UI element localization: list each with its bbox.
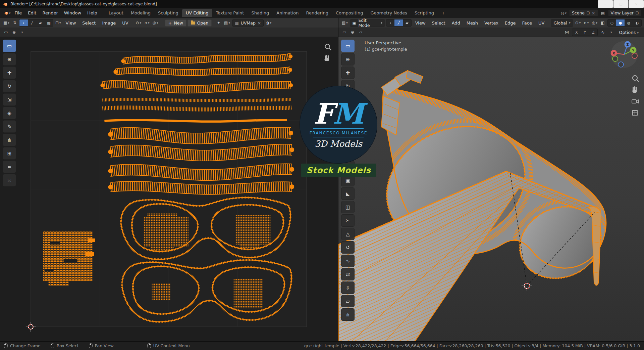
snap-wave-button[interactable]: ∿ (599, 29, 606, 36)
tool-spin[interactable]: ↺ (341, 241, 355, 254)
tool-grab[interactable]: ⊞ (3, 147, 16, 160)
mode-dropdown[interactable]: ▣ Edit Mode ▾ (350, 19, 385, 27)
mirror-y-button[interactable]: Y (581, 29, 589, 36)
blender-menu-button[interactable]: ▾ (3, 9, 12, 16)
browse-image-button[interactable]: ▤ ▾ (223, 19, 231, 27)
uv-canvas-area[interactable]: ▭ ⊕ ✚ ↻ ⇲ ◈ ✎ ⋔ ⊞ ≈ ≍ (0, 37, 338, 341)
tool-bevel[interactable]: ◣ (341, 187, 355, 200)
menu-edit[interactable]: Edit (25, 9, 39, 17)
tool-rip-region[interactable]: ⋔ (341, 308, 355, 321)
tool-loop-cut[interactable]: ◫ (341, 201, 355, 213)
tab-scripting[interactable]: Scripting (411, 9, 438, 17)
proportional-editing-toggle[interactable]: ◎ ▾ (591, 19, 598, 27)
tool-scale[interactable]: ⇲ (3, 93, 16, 106)
tab-animation[interactable]: Animation (273, 9, 302, 17)
uv-menu-select[interactable]: Select (79, 19, 98, 27)
pin-toggle[interactable]: ✦ (215, 19, 222, 27)
pan-hand-icon[interactable] (325, 55, 329, 61)
uv-menu-uv[interactable]: UV (119, 19, 131, 27)
scene-field[interactable]: Scene ❏ × (569, 9, 598, 16)
uv-island-mode-button[interactable]: ▩ (45, 19, 53, 26)
uv-edge-mode-button[interactable]: ╱ (28, 19, 36, 26)
vp-tool-settings-a[interactable]: ▭ (341, 29, 348, 36)
tab-uv-editing[interactable]: UV Editing (182, 9, 212, 17)
menu-render[interactable]: Render (39, 9, 61, 17)
display-channels-dropdown[interactable]: ◑ ▾ (265, 19, 272, 27)
uv-tool-settings-b[interactable]: ⊕ (11, 29, 17, 36)
tool-rip-region[interactable]: ⋔ (3, 134, 16, 146)
tool-shrink-flatten[interactable]: ⇳ (341, 281, 355, 294)
vp-tool-settings-b[interactable]: ⊕ (349, 29, 356, 36)
zoom-icon[interactable] (325, 44, 331, 50)
add-workspace-button[interactable]: + (438, 9, 449, 17)
tool-select-box[interactable]: ▭ (3, 40, 16, 52)
vp-menu-mesh[interactable]: Mesh (464, 19, 481, 27)
tool-smooth[interactable]: ∿ (341, 255, 355, 267)
face-mode-button[interactable]: ▰ (403, 19, 411, 26)
uv-sync-select-toggle[interactable]: ⇅ (11, 19, 18, 27)
vp-menu-select[interactable]: Select (429, 19, 448, 27)
vp-menu-view[interactable]: View (413, 19, 428, 27)
zoom-icon[interactable] (633, 76, 639, 82)
proportional-editing-toggle[interactable]: ◎ ▾ (152, 19, 159, 27)
minimize-button[interactable]: − (598, 0, 613, 8)
new-view-layer-icon[interactable]: ❏ (636, 11, 639, 15)
vp-menu-edge[interactable]: Edge (502, 19, 519, 27)
pan-hand-icon[interactable] (633, 86, 637, 93)
editor-type-button[interactable]: ▧ ▾ (341, 19, 349, 27)
close-button[interactable]: × (629, 0, 644, 8)
extra-settings-dropdown[interactable]: ▾ (608, 29, 614, 36)
tab-layout[interactable]: Layout (105, 9, 127, 17)
tool-edge-slide[interactable]: ⇄ (341, 268, 355, 280)
tool-transform[interactable]: ◈ (3, 107, 16, 119)
mirror-x-button[interactable]: X (572, 29, 581, 36)
menu-help[interactable]: Help (84, 9, 100, 17)
view-layer-browse-button[interactable]: ▤ (600, 9, 606, 16)
uv-tool-settings-c[interactable]: ▾ (19, 29, 25, 36)
open-image-button[interactable]: Open (187, 19, 212, 27)
orthographic-toggle-icon[interactable] (633, 111, 637, 115)
new-scene-icon[interactable]: ❏ (587, 11, 590, 15)
vp-menu-face[interactable]: Face (520, 19, 535, 27)
vertex-mode-button[interactable]: ∙ (386, 19, 395, 26)
tab-shading[interactable]: Shading (248, 9, 273, 17)
tab-texture-paint[interactable]: Texture Paint (212, 9, 248, 17)
vp-menu-add[interactable]: Add (449, 19, 463, 27)
pivot-point-dropdown[interactable]: ⊙ ▾ (135, 19, 143, 27)
uv-menu-view[interactable]: View (63, 19, 78, 27)
camera-view-icon[interactable] (632, 100, 639, 103)
tool-move[interactable]: ✚ (341, 67, 355, 79)
solid-shading-button[interactable]: ● (616, 19, 625, 26)
sticky-selection-dropdown[interactable]: ⊡ ▾ (54, 19, 62, 27)
tool-annotate[interactable]: ✎ (3, 120, 16, 133)
tool-relax[interactable]: ≈ (3, 161, 16, 173)
maximize-button[interactable]: □ (613, 0, 629, 8)
uv-vertex-mode-button[interactable]: ∙ (19, 19, 28, 26)
tool-cursor[interactable]: ⊕ (341, 53, 355, 65)
tool-shear[interactable]: ▱ (341, 295, 355, 307)
tab-rendering[interactable]: Rendering (303, 9, 332, 17)
transform-orientation-dropdown[interactable]: Global ▾ (551, 19, 573, 27)
edge-mode-button[interactable]: ╱ (394, 19, 403, 26)
unlink-uvmap-icon[interactable]: × (258, 20, 261, 26)
vp-menu-uv[interactable]: UV (536, 19, 547, 27)
rendered-shading-button[interactable]: ◐ (633, 19, 641, 26)
tool-poly-build[interactable]: △ (341, 228, 355, 240)
unlink-scene-icon[interactable]: × (592, 10, 595, 15)
new-image-button[interactable]: + New (165, 19, 186, 27)
tab-sculpting[interactable]: Sculpting (154, 9, 182, 17)
tab-geometry-nodes[interactable]: Geometry Nodes (367, 9, 411, 17)
mirror-icon-button[interactable]: ⋈ (564, 29, 570, 36)
menu-window[interactable]: Window (61, 9, 84, 17)
nav-gizmo[interactable]: X Y Z (611, 41, 638, 68)
tool-select-box[interactable]: ▭ (341, 40, 355, 52)
vp-menu-vertex[interactable]: Vertex (482, 19, 501, 27)
view-layer-field[interactable]: View Layer ❏ (608, 9, 641, 16)
snap-toggle[interactable]: ∩ ▾ (583, 19, 590, 27)
vp-tool-settings-c[interactable]: ▱ (357, 29, 364, 36)
pivot-point-dropdown[interactable]: ⊙ ▾ (574, 19, 582, 27)
mirror-z-button[interactable]: Z (589, 29, 597, 36)
tool-cursor[interactable]: ⊕ (3, 53, 16, 65)
scene-browse-button[interactable]: ◎ ▾ (560, 9, 568, 16)
tool-knife[interactable]: ✂ (341, 214, 355, 227)
